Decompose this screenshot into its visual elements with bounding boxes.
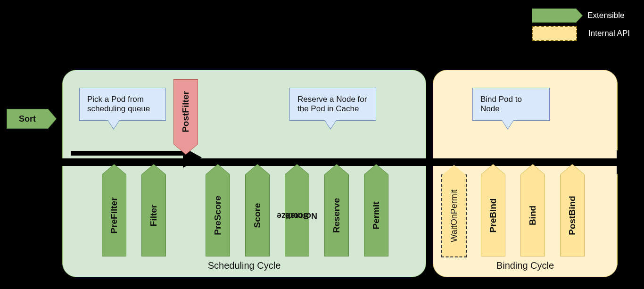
plugin-waitonpermit-label: WaitOnPermit (449, 190, 459, 242)
plugin-score-label: Score (252, 203, 263, 228)
plugin-filter-label: Filter (149, 205, 159, 226)
legend-row-extensible: Extensible (532, 8, 630, 23)
sort-plugin: Sort (7, 109, 48, 129)
plugin-bind-label: Bind (528, 206, 538, 225)
sort-label: Sort (19, 114, 36, 124)
plugin-postfilter: PostFilter (173, 79, 198, 144)
plugin-prefilter: PreFilter (102, 174, 126, 256)
plugin-postfilter-label: PostFilter (181, 91, 191, 132)
legend-row-internal: Internal API (532, 26, 630, 41)
callout-bind-pod: Bind Pod to Node (472, 88, 550, 121)
plugin-normalizescore: NormalizeScore (285, 174, 309, 256)
scheduler-framework-diagram: Extensible Internal API Scheduling Cycle… (0, 0, 644, 289)
legend-chip-extensible (532, 8, 576, 23)
plugin-waitonpermit: WaitOnPermit (441, 174, 467, 257)
plugin-postbind-label: PostBind (567, 196, 578, 235)
callout-pick-pod: Pick a Pod from scheduling queue (79, 88, 166, 121)
plugin-bind: Bind (520, 174, 545, 256)
plugin-filter: Filter (141, 174, 166, 256)
plugin-postbind: PostBind (560, 174, 585, 256)
queue-arrow-top (71, 151, 183, 156)
plugin-score: Score (245, 174, 270, 256)
legend: Extensible Internal API (532, 8, 630, 44)
legend-label-extensible: Extensible (587, 11, 624, 20)
callout-reserve-node: Reserve a Node for the Pod in Cache (289, 88, 376, 121)
plugin-permit: Permit (364, 174, 388, 256)
plugin-prescore: PreScore (206, 174, 230, 256)
binding-cycle-label: Binding Cycle (433, 260, 617, 271)
plugin-prescore-label: PreScore (213, 196, 223, 235)
legend-label-internal: Internal API (588, 29, 630, 38)
scheduling-cycle-label: Scheduling Cycle (63, 260, 426, 271)
plugin-prebind: PreBind (481, 174, 505, 256)
plugin-permit-label: Permit (371, 201, 381, 229)
plugin-reserve-label: Reserve (331, 198, 342, 233)
legend-chip-internal (532, 26, 577, 41)
plugin-prefilter-label: PreFilter (109, 197, 119, 233)
plugin-reserve: Reserve (324, 174, 349, 256)
plugin-prebind-label: PreBind (488, 198, 498, 233)
